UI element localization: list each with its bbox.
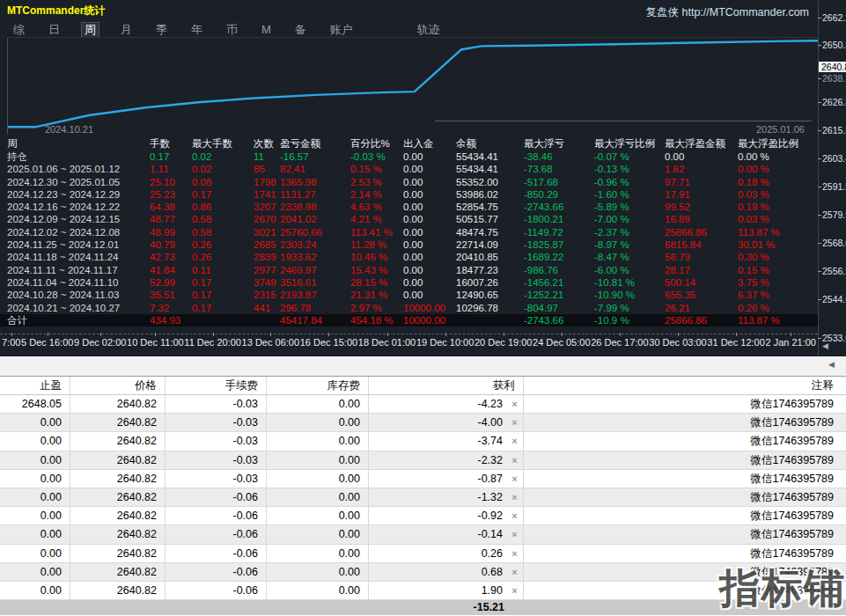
time-tick-label: 18 Dec 01:00 xyxy=(358,337,416,348)
time-tick-label: 31 Dec 12:00 xyxy=(707,337,764,348)
stats-header-cell: 次数 xyxy=(254,136,280,150)
equity-chart[interactable]: 2024.10.21 2025.01.06 xyxy=(7,38,817,135)
time-tick-label: 26 Dec 17:00 xyxy=(591,337,648,348)
stats-cell: 48.99 xyxy=(150,226,192,238)
stats-cell xyxy=(192,314,254,327)
order-cell-commission: -0.06 xyxy=(166,507,267,524)
stats-cell: 28.15 % xyxy=(350,276,403,289)
stats-cell: 53986.02 xyxy=(456,188,524,201)
stats-cell: 1741 xyxy=(254,188,280,201)
stats-cell: 2977 xyxy=(254,264,280,276)
menu-item-季[interactable]: 季 xyxy=(153,23,170,37)
stats-cell: -2743.66 xyxy=(524,314,594,327)
order-row: 0.002640.82-0.060.000.26×微信1746395789 xyxy=(0,545,846,563)
stats-cell: 2315 xyxy=(254,289,280,301)
stats-cell: 2024.12.16 ~ 2024.12.22 xyxy=(0,201,150,213)
close-order-icon[interactable]: × xyxy=(506,545,524,562)
stats-cell: 0.17 xyxy=(192,289,254,301)
orders-header-cell: 价格 xyxy=(70,377,166,395)
order-cell-comment: 微信1746395789 xyxy=(524,414,846,431)
stats-row[interactable]: 2024.11.11 ~ 2024.11.1741.840.1129772469… xyxy=(0,264,818,276)
stats-cell: 1365.98 xyxy=(280,176,350,188)
order-cell-swap: 0.00 xyxy=(267,470,369,488)
menu-item-日[interactable]: 日 xyxy=(46,23,63,37)
stats-row[interactable]: 2025.01.06 ~ 2025.01.121.110.028582.410.… xyxy=(0,163,818,175)
stats-row[interactable]: 2024.11.04 ~ 2024.11.1052.990.1737493516… xyxy=(0,276,818,289)
stats-row[interactable]: 2024.12.16 ~ 2024.12.2264.380.8632072338… xyxy=(0,201,818,213)
stats-cell: 3516.61 xyxy=(280,276,350,289)
close-order-icon[interactable]: × xyxy=(506,432,524,450)
orders-scroll-left-icon[interactable]: ◀ xyxy=(828,360,835,369)
menu-item-综[interactable]: 综 xyxy=(11,23,27,37)
price-tick-label: 2638.7 xyxy=(822,73,846,84)
stats-total-row[interactable]: 合计434.9345417.84454.18 %10000.00-2743.66… xyxy=(0,314,818,327)
order-cell-comment: 微信1746395789 xyxy=(524,507,846,524)
close-order-icon[interactable]: × xyxy=(506,470,524,488)
stats-cell: 4.21 % xyxy=(350,213,403,225)
chart-start-date: 2024.10.21 xyxy=(45,124,93,135)
stats-row[interactable]: 2024.11.18 ~ 2024.11.2442.730.2628391933… xyxy=(0,251,818,263)
stats-cell: 10.46 % xyxy=(350,251,403,263)
stats-header-cell: 手数 xyxy=(150,136,192,150)
close-order-icon[interactable]: × xyxy=(506,414,524,431)
menu-item-年[interactable]: 年 xyxy=(188,23,205,37)
stats-row[interactable]: 2024.12.23 ~ 2024.12.2925.230.1717411131… xyxy=(0,188,818,201)
stats-row[interactable]: 持仓0.170.0211-16.57-0.03 %0.0055434.41-38… xyxy=(0,150,818,163)
menu-item-备[interactable]: 备 xyxy=(292,23,309,37)
close-order-icon[interactable]: × xyxy=(506,563,524,581)
stats-cell: 0.26 % xyxy=(738,302,818,314)
close-order-icon[interactable]: × xyxy=(506,582,524,599)
order-cell-price: 2640.82 xyxy=(70,488,166,506)
stats-row[interactable]: 2024.10.28 ~ 2024.11.0335.510.1723152193… xyxy=(0,289,818,301)
close-order-icon[interactable]: × xyxy=(506,507,524,524)
stats-row[interactable]: 2024.12.02 ~ 2024.12.0848.990.5830212576… xyxy=(0,226,818,238)
stats-cell: 0.26 xyxy=(192,251,254,263)
stats-cell: 2.97 % xyxy=(350,302,403,314)
stats-cell: 0.17 xyxy=(192,302,254,314)
close-order-icon[interactable]: × xyxy=(506,395,524,413)
order-cell-profit: -0.14 xyxy=(369,525,506,543)
stats-cell: -804.97 xyxy=(524,302,594,314)
order-cell-comment: 微信1746395789 xyxy=(524,525,846,543)
stats-cell: -1689.22 xyxy=(524,251,594,263)
order-cell-tp: 0.00 xyxy=(0,414,70,431)
order-row: 0.002640.82-0.060.00-0.14×微信1746395789 xyxy=(0,525,846,544)
orders-header-cell: 获利 xyxy=(369,377,524,395)
stats-cell: 0.03 % xyxy=(738,188,818,201)
stats-cell: 55434.41 xyxy=(456,163,524,175)
stats-cell: 21.31 % xyxy=(350,289,403,301)
menu-item-周[interactable]: 周 xyxy=(81,22,99,38)
brand-link[interactable]: 复盘侠 http://MTCommander.com xyxy=(646,5,809,20)
stats-cell: 0.58 xyxy=(192,213,254,225)
chart-scroll-left-icon[interactable]: ◀ xyxy=(822,341,828,350)
stats-cell: 50515.77 xyxy=(456,213,524,225)
stats-cell: -7.00 % xyxy=(594,213,665,225)
stats-header-cell: 最大手数 xyxy=(192,136,254,150)
close-order-icon[interactable]: × xyxy=(506,525,524,543)
stats-cell: -1149.72 xyxy=(524,226,594,238)
stats-header-cell: 最大浮盈比例 xyxy=(738,136,818,150)
order-cell-tp: 0.00 xyxy=(0,470,70,488)
stats-header-cell: 出入金 xyxy=(403,136,456,150)
menu-item-月[interactable]: 月 xyxy=(118,23,135,37)
stats-cell: 25.10 xyxy=(150,176,192,188)
stats-cell: 655.35 xyxy=(665,289,738,301)
close-order-icon[interactable]: × xyxy=(506,451,524,469)
menu-item-币[interactable]: 币 xyxy=(224,23,240,37)
menu-item-账户[interactable]: 账户 xyxy=(327,23,356,37)
stats-row[interactable]: 2024.11.25 ~ 2024.12.0140.790.2626852303… xyxy=(0,238,818,251)
stats-cell: 4.63 % xyxy=(350,201,403,213)
stats-row[interactable]: 2024.12.30 ~ 2025.01.0525.100.0817981365… xyxy=(0,176,818,188)
stats-cell: 2839 xyxy=(254,251,280,263)
stats-cell: 2024.11.11 ~ 2024.11.17 xyxy=(0,264,150,276)
close-order-icon[interactable]: × xyxy=(506,488,524,506)
order-row: 2648.052640.82-0.030.00-4.23×微信174639578… xyxy=(0,395,846,414)
orders-total-profit: -15.21 xyxy=(369,600,524,615)
stats-row[interactable]: 2024.12.09 ~ 2024.12.1548.770.5826702041… xyxy=(0,213,818,225)
stats-cell: 16007.26 xyxy=(456,276,524,289)
order-cell-tp: 0.00 xyxy=(0,432,70,450)
menu-item-M[interactable]: M xyxy=(259,23,274,37)
stats-cell xyxy=(456,314,524,327)
menu-item-轨迹[interactable]: 轨迹 xyxy=(415,23,443,37)
stats-row[interactable]: 2024.10.21 ~ 2024.10.277.320.17441296.78… xyxy=(0,302,818,314)
